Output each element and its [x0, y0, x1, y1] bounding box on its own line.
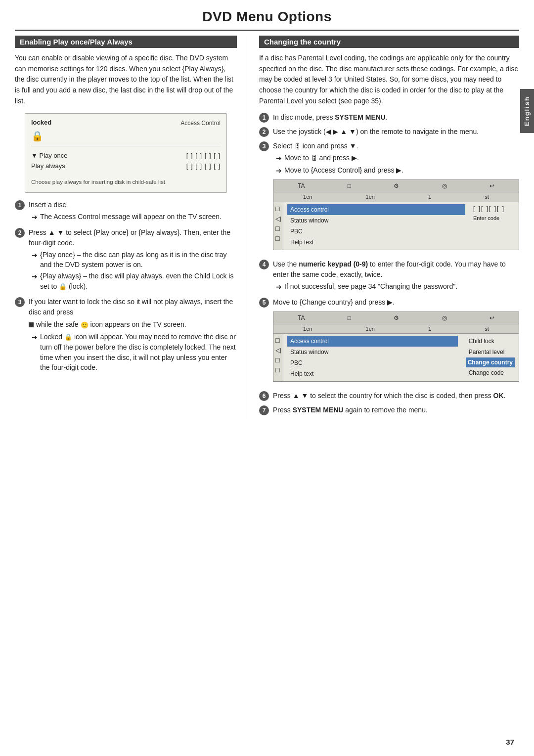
step2-main: Press ▲ ▼ to select {Play once} or {Play… — [29, 228, 230, 247]
ms2-item-pbc: PBC — [287, 357, 458, 368]
right-step-6: 6 Press ▲ ▼ to select the country for wh… — [259, 391, 519, 401]
rstep3-sub1: ➔ Move to 🎛 and press ▶. — [276, 153, 519, 163]
ms2-right-parental-level: Parental level — [466, 347, 515, 357]
screen-title: locked — [31, 119, 51, 126]
rstep3-main: Select 🎛 icon and press ▼. — [273, 142, 358, 150]
left-steps: 1 Insert a disc. ➔ The Access Control me… — [15, 200, 237, 374]
rstep6-main: Press ▲ ▼ to select the country for whic… — [273, 392, 505, 400]
page-number: 37 — [506, 738, 514, 746]
right-steps: 1 In disc mode, press SYSTEM MENU. 2 Use… — [259, 112, 519, 415]
right-column: Changing the country If a disc has Paren… — [247, 36, 519, 419]
ms2-menu-area: Access control Status window PBC Help te… — [283, 334, 462, 381]
ms2-right-change-code: Change code — [466, 367, 515, 378]
step3-sub1: ➔ Locked 🔒 icon will appear. You may nee… — [32, 332, 237, 372]
smile-icon: 🙂 — [81, 320, 89, 330]
ms1-item-help-text: Help text — [287, 237, 465, 248]
ms2-left-icons: □ ◁ □ □ — [273, 334, 283, 381]
left-step-2: 2 Press ▲ ▼ to select {Play once} or {Pl… — [15, 227, 237, 293]
ms2-topbar: TA □ ⚙ ◎ ↩ — [273, 312, 519, 324]
menu-screen-1: TA □ ⚙ ◎ ↩ 1en 1en 1 st — [273, 179, 519, 250]
settings-icon: 🎛 — [294, 142, 301, 152]
screen-row-2: Play always [ ] [ ] [ ] [ ] — [31, 161, 221, 171]
step2-sub1: ➔ {Play once} – the disc can play as lon… — [32, 250, 237, 270]
left-intro-text: You can enable or disable viewing of a s… — [15, 53, 237, 106]
ms1-right-area: [ ][ ][ ][ ] Enter code — [469, 202, 519, 250]
ms1-topbar: TA □ ⚙ ◎ ↩ — [273, 180, 519, 192]
ms1-topbar2: 1en 1en 1 st — [273, 192, 519, 202]
rstep4-sub1: ➔ If not successful, see page 34 "Changi… — [276, 281, 519, 292]
ms1-item-status-window: Status window — [287, 215, 465, 226]
ms2-right-change-country: Change country — [466, 357, 515, 367]
ms2-item-access-control: Access control — [287, 336, 458, 347]
right-step-7: 7 Press SYSTEM MENU again to remove the … — [259, 405, 519, 415]
screen-lock-icon: 🔒 — [31, 130, 221, 142]
left-column: Enabling Play once/Play Always You can e… — [15, 36, 247, 419]
ms1-item-pbc: PBC — [287, 226, 465, 237]
right-step-2: 2 Use the joystick (◀ ▶ ▲ ▼) on the remo… — [259, 127, 519, 137]
menu-icon: 🎛 — [311, 154, 317, 163]
screen-hint: Choose play always for inserting disk in… — [31, 178, 221, 186]
locked-icon: 🔒 — [64, 333, 72, 342]
step2-sub2: ➔ {Play always} – the disc will play alw… — [32, 271, 237, 291]
ms2-body: □ ◁ □ □ Access control Status window PBC… — [273, 334, 519, 381]
step3-main: If you later want to lock the disc so it… — [29, 298, 233, 316]
rstep7-main: Press SYSTEM MENU again to remove the me… — [273, 406, 428, 414]
rstep2-main: Use the joystick (◀ ▶ ▲ ▼) on the remote… — [273, 128, 479, 135]
left-step-1: 1 Insert a disc. ➔ The Access Control me… — [15, 200, 237, 223]
language-tab: English — [520, 89, 534, 133]
screen-subtitle: Access Control — [180, 120, 221, 127]
ms1-body: □ ◁ □ □ Access control Status window PBC… — [273, 202, 519, 250]
ms2-right-area: Child lock Parental level Change country… — [462, 334, 519, 381]
page-title: DVD Menu Options — [0, 0, 534, 30]
play-screen-box: locked Access Control 🔒 ▼ Play once [ ] … — [25, 113, 227, 192]
ms2-topbar2: 1en 1en 1 st — [273, 324, 519, 334]
step3-sq-bullet: while the safe 🙂 icon appears on the TV … — [29, 319, 237, 330]
menu-screen-2: TA □ ⚙ ◎ ↩ 1en 1en 1 st — [273, 311, 519, 382]
lock-icon-inline: 🔒 — [59, 282, 67, 292]
top-divider — [15, 30, 519, 31]
left-step-3: 3 If you later want to lock the disc so … — [15, 297, 237, 374]
rstep3-sub2: ➔ Move to {Access Control} and press ▶. — [276, 165, 519, 176]
rstep5-main: Move to {Change country} and press ▶. — [273, 298, 395, 306]
ms1-item-access-control: Access control — [287, 204, 465, 215]
ms1-left-icons: □ ◁ □ □ — [273, 202, 283, 250]
rstep1-main: In disc mode, press SYSTEM MENU. — [273, 113, 388, 121]
step1-sub1: ➔ The Access Control message will appear… — [32, 212, 237, 222]
right-step-1: 1 In disc mode, press SYSTEM MENU. — [259, 112, 519, 123]
screen-row-1: ▼ Play once [ ] [ ] [ ] [ ] — [31, 150, 221, 161]
right-section-header: Changing the country — [259, 36, 519, 48]
ms2-right-child-lock: Child lock — [466, 336, 515, 347]
ms2-item-help-text: Help text — [287, 368, 458, 379]
right-step-5: 5 Move to {Change country} and press ▶. … — [259, 297, 519, 387]
right-step-3: 3 Select 🎛 icon and press ▼. ➔ Move to 🎛… — [259, 141, 519, 255]
arrow-icon: ➔ — [32, 212, 38, 222]
ms2-item-status-window: Status window — [287, 347, 458, 357]
right-intro-text: If a disc has Parental Level coding, the… — [259, 53, 519, 106]
rstep4-main: Use the numeric keypad (0-9) to enter th… — [273, 260, 506, 278]
square-icon — [29, 322, 34, 327]
left-section-header: Enabling Play once/Play Always — [15, 36, 237, 48]
ms1-menu-area: Access control Status window PBC Help te… — [283, 202, 469, 250]
step1-main: Insert a disc. — [29, 201, 68, 209]
right-step-4: 4 Use the numeric keypad (0-9) to enter … — [259, 259, 519, 293]
